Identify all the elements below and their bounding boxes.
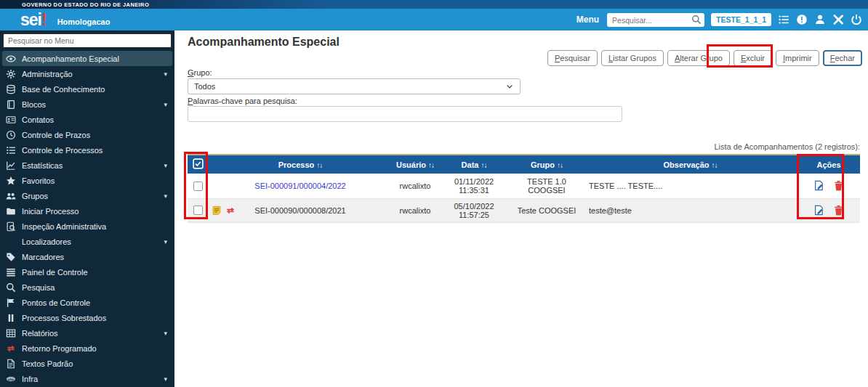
observacao-cell: teste@teste <box>583 198 797 222</box>
sidebar-item-estatisticas[interactable]: Estatísticas▾ <box>0 158 174 173</box>
global-search-input[interactable] <box>607 13 704 27</box>
grupo-cell: Teste COOGSEI <box>510 198 583 222</box>
imprimir-button[interactable]: Imprimir <box>776 50 819 66</box>
sort-icon[interactable]: ↑↓ <box>316 161 322 169</box>
sidebar-item-relatorios[interactable]: Relatórios▾ <box>0 325 174 341</box>
row-checkbox[interactable] <box>193 182 203 191</box>
user-unit-badge[interactable]: TESTE_1_1_1 <box>711 13 771 26</box>
row-checkbox[interactable] <box>193 205 203 215</box>
group-select[interactable]: Todos <box>188 78 521 94</box>
acompanhamentos-table: Processo↑↓ Usuário↑↓ Data↑↓ Grupo↑↓ Obse… <box>188 154 860 223</box>
sidebar: Acompanhamento Especial Administração▾ B… <box>0 30 174 387</box>
column-header-grupo[interactable]: Grupo↑↓ <box>510 155 583 174</box>
folder-icon <box>6 206 16 216</box>
list-caption: Lista de Acompanhamentos (2 registros): <box>714 142 860 151</box>
sei-logo-exclamation: ! <box>41 12 47 27</box>
sidebar-item-administracao[interactable]: Administração▾ <box>0 66 174 81</box>
delete-icon[interactable] <box>833 205 844 216</box>
excluir-button[interactable]: Excluir <box>734 50 772 66</box>
grupo-cell: TESTE 1.0 COOGSEI <box>510 174 583 198</box>
sort-icon[interactable]: ↑↓ <box>481 161 486 169</box>
pesquisar-button[interactable]: Pesquisar <box>547 50 598 66</box>
chevron-down-icon <box>505 82 514 91</box>
annotation-note-icon[interactable] <box>212 205 222 216</box>
sidebar-item-acompanhamento-especial[interactable]: Acompanhamento Especial <box>2 51 172 66</box>
usuario-cell: rwcalixto <box>393 174 438 198</box>
user-icon[interactable] <box>814 14 826 25</box>
grid-icon <box>6 328 16 338</box>
sidebar-item-blocos[interactable]: Blocos▾ <box>0 97 174 112</box>
observacao-cell: TESTE .... TESTE.... <box>583 174 797 198</box>
global-search <box>607 13 704 27</box>
delete-icon[interactable] <box>833 180 844 191</box>
sidebar-item-marcadores[interactable]: Marcadores <box>0 249 174 264</box>
chevron-down-icon: ▾ <box>164 238 167 245</box>
column-header-observacao[interactable]: Observação↑↓ <box>583 155 797 174</box>
header-actions: Menu TESTE_1_1_1 <box>576 9 862 30</box>
pause-icon <box>6 313 16 323</box>
return-arrows-icon[interactable] <box>225 205 236 216</box>
sidebar-item-painel-de-controle[interactable]: Painel de Controle <box>0 264 174 280</box>
acoes-cell <box>797 174 860 198</box>
column-header-processo[interactable]: Processo↑↓ <box>208 155 393 174</box>
government-banner: GOVERNO DO ESTADO DO RIO DE JANEIRO <box>0 0 868 9</box>
sort-icon[interactable]: ↑↓ <box>428 161 434 169</box>
search-icon[interactable] <box>691 15 702 25</box>
return-arrows-icon <box>6 343 16 354</box>
select-all-checkbox[interactable] <box>193 158 204 169</box>
sidebar-item-localizadores[interactable]: Localizadores▾ <box>0 234 174 249</box>
processo-link[interactable]: SEI-000091/000004/2022 <box>254 182 345 190</box>
sidebar-item-infra[interactable]: Infra▾ <box>0 371 174 386</box>
processo-text: SEI-000090/000008/2021 <box>254 206 345 215</box>
alert-icon[interactable] <box>796 14 808 25</box>
fechar-button[interactable]: Fechar <box>823 50 862 66</box>
doc-search-icon <box>6 221 16 232</box>
group-label: Grupo: <box>188 68 212 77</box>
chart-icon <box>6 160 16 171</box>
sidebar-menu: Acompanhamento Especial Administração▾ B… <box>0 51 174 386</box>
tools-icon[interactable] <box>832 14 844 25</box>
sidebar-item-controle-de-prazos[interactable]: Controle de Prazos <box>0 127 174 142</box>
sort-icon[interactable]: ↑↓ <box>711 161 717 169</box>
listar-grupos-button[interactable]: Listar Grupos <box>601 50 664 66</box>
sidebar-item-textos-padrao[interactable]: Textos Padrão <box>0 356 174 371</box>
sidebar-item-favoritos[interactable]: Favoritos <box>0 173 174 188</box>
chevron-down-icon: ▾ <box>164 192 167 200</box>
sei-logo[interactable]: sei ! <box>20 12 47 27</box>
sidebar-item-controle-de-processos[interactable]: Controle de Processos <box>0 142 174 158</box>
sidebar-item-inspecao-administrativa[interactable]: Inspeção Administrativa <box>0 219 174 234</box>
edit-icon[interactable] <box>813 180 824 191</box>
sidebar-item-base-de-conhecimento[interactable]: Base de Conhecimento <box>0 81 174 97</box>
process-list-icon[interactable] <box>778 14 789 25</box>
processo-marker-icons <box>212 205 236 216</box>
column-header-usuario[interactable]: Usuário↑↓ <box>393 155 438 174</box>
table-row: SEI-000090/000008/2021 rwcalixto 05/10/2… <box>188 198 860 222</box>
flag-icon <box>6 298 16 308</box>
sei-app-window: GOVERNO DO ESTADO DO RIO DE JANEIRO sei … <box>0 0 868 387</box>
menu-search-input[interactable] <box>3 33 172 48</box>
sidebar-item-processos-sobrestados[interactable]: Processos Sobrestados <box>0 310 174 325</box>
bars-icon <box>6 267 16 277</box>
edit-icon[interactable] <box>813 205 824 216</box>
toolbar: Pesquisar Listar Grupos Alterar Grupo Ex… <box>547 50 862 66</box>
sidebar-item-contatos[interactable]: Contatos <box>0 112 174 127</box>
sort-icon[interactable]: ↑↓ <box>557 161 563 169</box>
sidebar-item-grupos[interactable]: Grupos▾ <box>0 188 174 203</box>
column-header-data[interactable]: Data↑↓ <box>438 155 510 174</box>
sidebar-item-retorno-programado[interactable]: Retorno Programado <box>0 341 174 356</box>
processo-cell: SEI-000090/000008/2021 <box>208 198 393 222</box>
sei-logo-text: sei <box>20 12 41 27</box>
data-cell: 05/10/2022 11:57:25 <box>438 198 510 222</box>
menu-button[interactable]: Menu <box>576 15 599 25</box>
usuario-cell: rwcalixto <box>393 198 438 222</box>
table-row: SEI-000091/000004/2022 rwcalixto 01/11/2… <box>188 174 860 198</box>
sidebar-item-pesquisa[interactable]: Pesquisa <box>0 280 174 295</box>
database-icon <box>6 84 16 94</box>
sidebar-item-pontos-de-controle[interactable]: Pontos de Controle <box>0 295 174 310</box>
eye-icon <box>6 54 16 64</box>
sidebar-item-iniciar-processo[interactable]: Iniciar Processo <box>0 203 174 219</box>
alterar-grupo-button[interactable]: Alterar Grupo <box>667 50 730 66</box>
power-icon[interactable] <box>851 14 862 25</box>
select-all-cell <box>188 155 208 174</box>
keywords-input[interactable] <box>188 106 622 122</box>
